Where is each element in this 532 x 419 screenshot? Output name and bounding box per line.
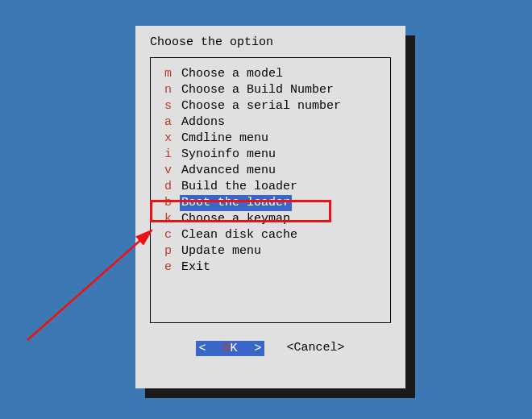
menu-item-build-number[interactable]: n Choose a Build Number xyxy=(159,82,382,98)
hotkey: b xyxy=(159,195,180,211)
menu-label: Clean disk cache xyxy=(180,227,299,243)
hotkey: n xyxy=(159,82,180,98)
menu-item-cmdline[interactable]: x Cmdline menu xyxy=(159,131,382,147)
menu-label: Addons xyxy=(180,114,227,131)
hotkey: v xyxy=(159,163,180,179)
menu-label: Choose a keymap xyxy=(180,211,292,227)
hotkey: m xyxy=(159,66,180,82)
ok-button[interactable]: < O K > xyxy=(196,341,264,356)
menu-item-synoinfo[interactable]: i Synoinfo menu xyxy=(159,147,382,163)
menu-label: Choose a serial number xyxy=(180,98,343,114)
hotkey: a xyxy=(159,114,180,131)
menu-item-boot-loader[interactable]: b Boot the loader xyxy=(159,195,382,211)
menu-item-keymap[interactable]: k Choose a keymap xyxy=(159,211,382,227)
menu-label: Choose a Build Number xyxy=(180,82,335,98)
menu-item-model[interactable]: m Choose a model xyxy=(159,66,382,82)
dialog-box: Choose the option m Choose a model n Cho… xyxy=(135,26,405,388)
hotkey: e xyxy=(159,259,180,276)
menu-label: Cmdline menu xyxy=(180,131,270,147)
menu-label: Update menu xyxy=(180,243,263,259)
menu-label: Build the loader xyxy=(180,179,299,195)
menu-label: Synoinfo menu xyxy=(180,147,277,163)
svg-line-0 xyxy=(27,230,152,340)
menu-item-advanced[interactable]: v Advanced menu xyxy=(159,163,382,179)
menu-label: Advanced menu xyxy=(180,163,277,179)
dialog-title: Choose the option xyxy=(150,35,391,49)
ok-o: O xyxy=(220,341,230,356)
ok-k: K xyxy=(230,341,239,356)
hotkey: x xyxy=(159,131,180,147)
menu-item-build-loader[interactable]: d Build the loader xyxy=(159,179,382,195)
option-listbox: m Choose a model n Choose a Build Number… xyxy=(150,57,391,323)
angle-right-icon: > xyxy=(252,341,264,356)
menu-label: Boot the loader xyxy=(180,195,292,211)
hotkey: i xyxy=(159,147,180,163)
hotkey: p xyxy=(159,243,180,259)
menu-item-exit[interactable]: e Exit xyxy=(159,259,382,276)
cancel-button[interactable]: <Cancel> xyxy=(287,341,345,356)
menu-label: Exit xyxy=(180,259,212,276)
hotkey: k xyxy=(159,211,180,227)
menu-item-clean-cache[interactable]: c Clean disk cache xyxy=(159,227,382,243)
angle-left-icon: < xyxy=(196,341,208,356)
menu-item-update[interactable]: p Update menu xyxy=(159,243,382,259)
hotkey: d xyxy=(159,179,180,195)
hotkey: c xyxy=(159,227,180,243)
hotkey: s xyxy=(159,98,180,114)
button-bar: < O K > <Cancel> xyxy=(150,341,391,356)
menu-label: Choose a model xyxy=(180,66,285,82)
menu-item-serial[interactable]: s Choose a serial number xyxy=(159,98,382,114)
menu-item-addons[interactable]: a Addons xyxy=(159,114,382,131)
